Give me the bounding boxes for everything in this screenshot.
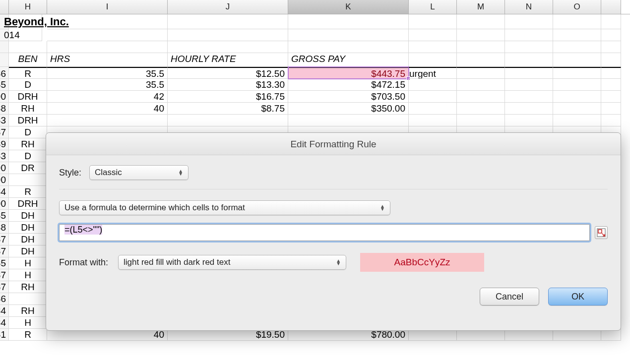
range-selector-button[interactable] — [595, 226, 608, 239]
cell[interactable] — [409, 103, 457, 115]
col-header-i[interactable]: I — [47, 0, 168, 14]
cell[interactable] — [288, 14, 409, 29]
col-header-l[interactable]: L — [409, 0, 457, 14]
cell[interactable]: DRH090 — [9, 198, 47, 210]
cell[interactable]: 35.5 — [47, 67, 168, 79]
cell[interactable]: DRH090 — [9, 91, 47, 103]
cell[interactable] — [288, 41, 409, 53]
cell[interactable]: H087 — [9, 269, 47, 281]
cell[interactable]: 090 — [9, 174, 47, 186]
cell[interactable]: DH087 — [9, 234, 47, 245]
cell[interactable] — [409, 79, 457, 91]
cell[interactable] — [409, 29, 457, 41]
cell[interactable]: 086 — [9, 293, 47, 305]
cell[interactable]: RH087 — [9, 281, 47, 293]
col-header-extra[interactable] — [601, 0, 621, 14]
cell[interactable]: DH087 — [9, 245, 47, 257]
col-header-n[interactable]: N — [505, 0, 553, 14]
cell[interactable]: HRS — [47, 53, 168, 67]
cell[interactable] — [47, 115, 168, 126]
cell[interactable] — [168, 41, 288, 53]
cell[interactable]: DH085 — [9, 210, 47, 222]
cell[interactable] — [553, 67, 601, 79]
cell[interactable] — [505, 29, 553, 41]
cell[interactable] — [9, 41, 47, 53]
cell[interactable] — [457, 79, 505, 91]
cell[interactable]: D085 — [9, 79, 47, 91]
cell[interactable]: R086 — [9, 67, 47, 79]
cell[interactable]: 40 — [47, 103, 168, 115]
cell[interactable] — [457, 115, 505, 126]
cell[interactable]: HOURLY RATE — [168, 53, 288, 67]
cell[interactable] — [457, 53, 505, 67]
cell[interactable]: $443.75urgent — [288, 67, 409, 79]
cell[interactable] — [553, 29, 601, 41]
cell[interactable] — [47, 14, 168, 29]
cell[interactable]: $703.50 — [288, 91, 409, 103]
cell[interactable]: 014 — [4, 29, 42, 41]
cell[interactable] — [601, 91, 621, 103]
cell[interactable] — [457, 103, 505, 115]
ok-button[interactable]: OK — [548, 288, 608, 305]
cell[interactable] — [505, 53, 553, 67]
col-header-j[interactable]: J — [168, 0, 288, 14]
cell[interactable]: R081 — [9, 329, 47, 341]
cell[interactable] — [553, 103, 601, 115]
cell[interactable] — [409, 53, 457, 67]
cell[interactable] — [457, 29, 505, 41]
cell[interactable] — [553, 14, 601, 29]
cell[interactable] — [553, 79, 601, 91]
cell[interactable] — [47, 41, 168, 53]
cell[interactable] — [288, 29, 409, 41]
cell[interactable] — [505, 91, 553, 103]
cell[interactable]: $350.00 — [288, 103, 409, 115]
col-header-k[interactable]: K — [288, 0, 409, 14]
cell[interactable] — [553, 115, 601, 126]
cell[interactable] — [505, 14, 553, 29]
cell[interactable] — [505, 103, 553, 115]
cell[interactable] — [409, 115, 457, 126]
row-header[interactable] — [0, 41, 9, 53]
cell[interactable]: RH088 — [9, 103, 47, 115]
cell[interactable] — [553, 41, 601, 53]
cell[interactable]: $16.75 — [168, 91, 288, 103]
cell[interactable] — [601, 41, 621, 53]
cell[interactable] — [601, 103, 621, 115]
cell[interactable] — [457, 91, 505, 103]
style-select[interactable]: Classic ▲▼ — [89, 165, 189, 180]
cell[interactable]: DR090 — [9, 162, 47, 174]
cell[interactable]: H085 — [9, 257, 47, 269]
cell[interactable]: D083 — [9, 150, 47, 162]
rule-type-select[interactable]: Use a formula to determine which cells t… — [59, 200, 390, 215]
format-with-select[interactable]: light red fill with dark red text ▲▼ — [118, 255, 346, 270]
cell[interactable] — [409, 41, 457, 53]
cell[interactable]: $8.75 — [168, 103, 288, 115]
cell[interactable] — [505, 79, 553, 91]
cell[interactable] — [457, 14, 505, 29]
cell[interactable]: DH088 — [9, 222, 47, 234]
cell[interactable]: GROSS PAY — [288, 53, 409, 67]
cell[interactable] — [168, 14, 288, 29]
cell[interactable] — [457, 41, 505, 53]
cell[interactable]: D087 — [9, 126, 47, 138]
cell[interactable] — [601, 115, 621, 126]
cell[interactable] — [505, 115, 553, 126]
cell[interactable]: BEN — [9, 53, 47, 67]
cell[interactable] — [601, 67, 621, 79]
cell[interactable] — [601, 14, 621, 29]
cell[interactable]: $472.15 — [288, 79, 409, 91]
cell[interactable] — [168, 115, 288, 126]
cell[interactable] — [168, 29, 288, 41]
cell[interactable] — [47, 29, 168, 41]
cell[interactable] — [553, 91, 601, 103]
cell[interactable] — [601, 53, 621, 67]
col-header-o[interactable]: O — [553, 0, 601, 14]
cell[interactable]: RH089 — [9, 138, 47, 150]
cell[interactable]: $13.30 — [168, 79, 288, 91]
cell[interactable] — [505, 67, 553, 79]
formula-input[interactable]: =(L5<>"") — [59, 224, 590, 241]
cell[interactable] — [409, 67, 457, 79]
cell[interactable]: DRH083 — [9, 115, 47, 126]
cancel-button[interactable]: Cancel — [480, 288, 539, 305]
cell[interactable]: Beyond, Inc. — [4, 14, 42, 29]
